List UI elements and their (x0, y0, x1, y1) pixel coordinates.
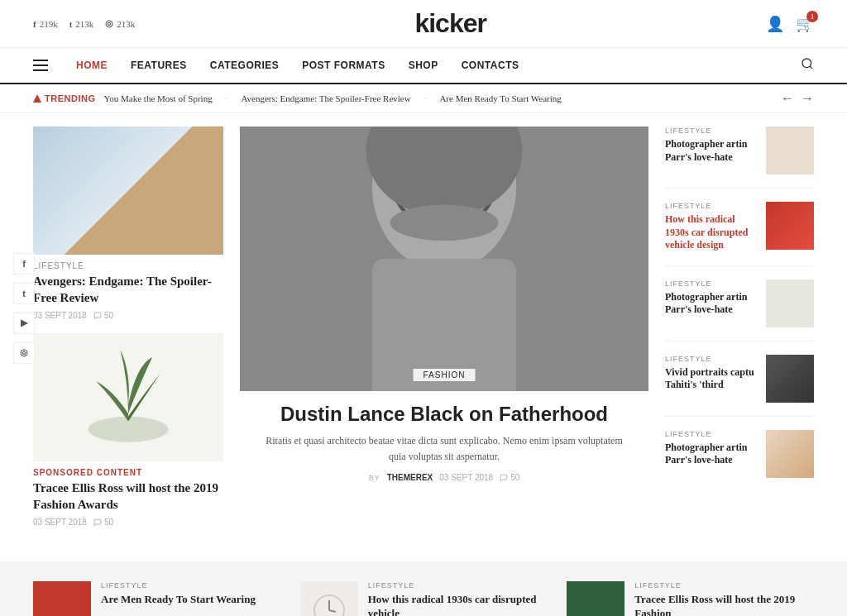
hero-description: Ritatis et quasi architecto beatae vitae… (240, 433, 648, 465)
sidebar-text-2: LIFESTYLE How this radical 1930s car dis… (665, 202, 758, 252)
facebook-icon: f (33, 19, 36, 29)
sidebar-cat-2: LIFESTYLE (665, 202, 758, 210)
sidebar-text-5: LIFESTYLE Photographer artin Parr's love… (665, 430, 758, 467)
facebook-count[interactable]: f 219k (33, 19, 58, 29)
sidebar-thumb-2 (766, 202, 814, 250)
trending-item-3[interactable]: Are Men Ready To Start Wearing (439, 93, 561, 103)
article-category-2: SPONSORED CONTENT (33, 468, 223, 477)
left-column: LIFESTYLE Avengers: Endgame: The Spoiler… (33, 127, 223, 540)
bottom-cat-3: LIFESTYLE (634, 581, 814, 590)
trending-bar: TRENDING You Make the Most of Spring Ave… (0, 84, 847, 113)
sidebar-article-5: LIFESTYLE Photographer artin Parr's love… (665, 430, 814, 491)
bottom-title-3[interactable]: Tracee Ellis Ross will host the 2019 Fas… (634, 593, 814, 616)
svg-line-13 (329, 610, 336, 612)
trending-prev[interactable]: ← (781, 91, 794, 106)
article-card-2: SPONSORED CONTENT Tracee Ellis Ross will… (33, 333, 223, 527)
top-bar: f 219k t 213k ◎ 213k kicker 👤 🛒 1 (0, 0, 847, 48)
article-meta-1: 03 SEPT 2018 50 (33, 311, 223, 320)
social-twitter-btn[interactable]: t (13, 283, 35, 304)
right-column: LIFESTYLE Photographer artin Parr's love… (665, 127, 814, 540)
trending-next[interactable]: → (801, 91, 814, 106)
hamburger-line-3 (33, 69, 48, 71)
instagram-icon: ◎ (105, 18, 113, 29)
hero-category-badge: FASHION (414, 369, 476, 381)
nav-contacts[interactable]: CONTACTS (450, 47, 531, 84)
sidebar-article-2: LIFESTYLE How this radical 1930s car dis… (665, 202, 814, 266)
sidebar-title-1[interactable]: Photographer artin Parr's love-hate (665, 138, 758, 164)
sidebar-thumb-3 (766, 279, 814, 327)
hero-author[interactable]: THEMEREX (387, 473, 433, 482)
sidebar-thumb-5 (766, 430, 814, 478)
article-date-1: 03 SEPT 2018 (33, 311, 87, 320)
center-column: FASHION Dustin Lance Black on Fatherhood… (240, 127, 648, 540)
trending-text: TRENDING (45, 93, 95, 103)
hamburger-menu[interactable] (33, 60, 48, 71)
instagram-count-value: 213k (117, 19, 135, 29)
social-youtube-btn[interactable]: ▶ (13, 313, 35, 334)
bottom-card-1: LIFESTYLE Are Men Ready To Start Wearing (33, 581, 280, 616)
nav-features[interactable]: FEATURES (119, 47, 199, 84)
sidebar-title-5[interactable]: Photographer artin Parr's love-hate (665, 442, 758, 467)
bottom-title-2[interactable]: How this radical 1930s car disrupted veh… (368, 593, 548, 616)
nav-shop[interactable]: SHOP (397, 47, 450, 84)
sidebar-title-3[interactable]: Photographer artin Parr's love-hate (665, 291, 758, 317)
social-sidebar: f t ▶ ◎ (13, 253, 35, 364)
hero-meta: BY THEMEREX 03 SEPT 2018 50 (240, 473, 648, 482)
social-facebook-btn[interactable]: f (13, 253, 35, 275)
article-category-1: LIFESTYLE (33, 261, 223, 270)
header-icons: 👤 🛒 1 (766, 15, 814, 33)
svg-point-0 (802, 59, 811, 68)
trending-item-1[interactable]: You Make the Most of Spring (103, 93, 227, 103)
social-counts: f 219k t 213k ◎ 213k (33, 18, 135, 29)
sidebar-article-3: LIFESTYLE Photographer artin Parr's love… (665, 279, 814, 341)
bottom-text-1: LIFESTYLE Are Men Ready To Start Wearing (101, 581, 280, 607)
site-logo[interactable]: kicker (414, 8, 486, 39)
svg-point-10 (390, 205, 499, 241)
bottom-title-1[interactable]: Are Men Ready To Start Wearing (101, 593, 280, 607)
trending-label: TRENDING (33, 93, 95, 103)
social-instagram-btn[interactable]: ◎ (13, 342, 35, 364)
twitter-count[interactable]: t 213k (69, 19, 94, 29)
sidebar-text-1: LIFESTYLE Photographer artin Parr's love… (665, 127, 758, 164)
sidebar-title-2[interactable]: How this radical 1930s car disrupted veh… (665, 213, 758, 252)
nav-bar: HOME FEATURES CATEGORIES POST FORMATS SH… (0, 48, 847, 84)
trending-item-2[interactable]: Avengers: Endgame: The Spoiler-Free Revi… (241, 93, 426, 103)
instagram-count[interactable]: ◎ 213k (105, 18, 135, 29)
hamburger-line-1 (33, 60, 48, 61)
article-meta-2: 03 SEPT 2018 50 (33, 518, 223, 527)
bottom-section: LIFESTYLE Are Men Ready To Start Wearing… (0, 561, 847, 616)
article-date-2: 03 SEPT 2018 (33, 518, 87, 527)
bottom-card-3: LIFESTYLE Tracee Ellis Ross will host th… (567, 581, 814, 616)
sidebar-text-3: LIFESTYLE Photographer artin Parr's love… (665, 279, 758, 317)
article-img-2 (33, 333, 223, 461)
svg-marker-1 (33, 94, 41, 103)
sidebar-title-4[interactable]: Vivid portraits captu Tahiti's 'third (665, 366, 758, 392)
bottom-text-2: LIFESTYLE How this radical 1930s car dis… (368, 581, 548, 616)
sidebar-cat-3: LIFESTYLE (665, 279, 758, 288)
bottom-card-2: LIFESTYLE How this radical 1930s car dis… (300, 581, 548, 616)
sidebar-cat-5: LIFESTYLE (665, 430, 758, 438)
sidebar-text-4: LIFESTYLE Vivid portraits captu Tahiti's… (665, 355, 758, 392)
bottom-thumb-1 (33, 581, 91, 616)
sidebar-article-4: LIFESTYLE Vivid portraits captu Tahiti's… (665, 355, 814, 417)
nav-home[interactable]: HOME (65, 47, 119, 84)
sidebar-article-1: LIFESTYLE Photographer artin Parr's love… (665, 127, 814, 189)
sidebar-cat-4: LIFESTYLE (665, 355, 758, 363)
user-icon[interactable]: 👤 (766, 15, 784, 33)
twitter-icon: t (69, 19, 73, 29)
trending-items: You Make the Most of Spring Avengers: En… (103, 93, 561, 103)
hero-title[interactable]: Dustin Lance Black on Fatherhood (240, 403, 648, 427)
article-title-2[interactable]: Tracee Ellis Ross will host the 2019 Fas… (33, 480, 223, 513)
sidebar-thumb-1 (766, 127, 814, 174)
twitter-count-value: 213k (75, 19, 93, 29)
hero-date: 03 SEPT 2018 (439, 473, 493, 482)
sidebar-cat-1: LIFESTYLE (665, 127, 758, 135)
hero-image: FASHION (240, 127, 648, 391)
nav-categories[interactable]: CATEGORIES (199, 47, 290, 84)
trending-arrows: ← → (781, 91, 814, 106)
article-title-1[interactable]: Avengers: Endgame: The Spoiler-Free Revi… (33, 274, 223, 306)
nav-post-formats[interactable]: POST FORMATS (290, 47, 396, 84)
bottom-thumb-2 (300, 581, 358, 616)
search-button[interactable] (801, 57, 814, 74)
article-comments-2: 50 (93, 518, 113, 527)
